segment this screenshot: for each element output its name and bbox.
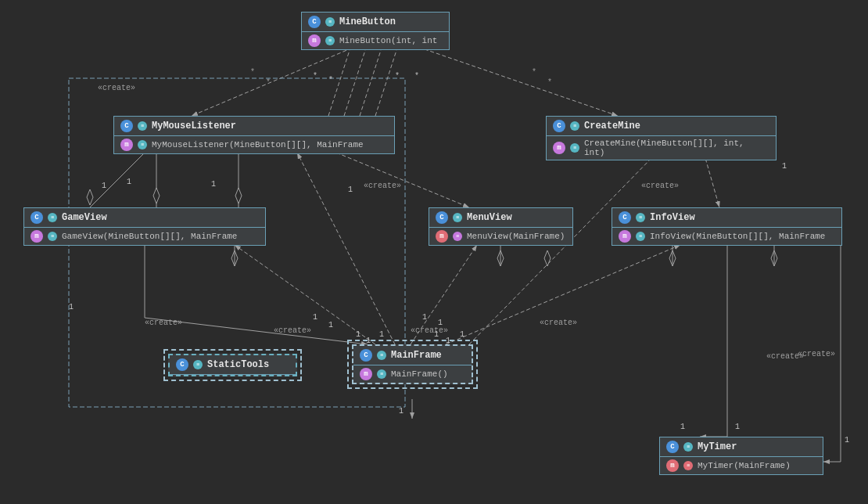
svg-line-16 xyxy=(336,153,469,207)
class-name-infoview: InfoView xyxy=(650,212,695,223)
svg-line-55 xyxy=(375,43,399,116)
method-mainframe: m ≡ MainFrame() xyxy=(353,365,472,383)
svg-line-52 xyxy=(328,43,352,116)
icon-statictools: ≡ xyxy=(193,360,203,369)
method-createmine: m ≡ CreateMine(MineButton[][], int, int) xyxy=(547,136,776,160)
svg-marker-63 xyxy=(544,250,551,266)
class-infoview[interactable]: C ≡ InfoView m ≡ InfoView(MineButton[][]… xyxy=(612,207,842,246)
icon-menuview: ≡ xyxy=(453,213,462,222)
svg-marker-10 xyxy=(153,188,160,203)
icon-createmine: ≡ xyxy=(570,121,579,131)
method-text-createmine: CreateMine(MineButton[][], int, int) xyxy=(584,139,769,157)
svg-line-22 xyxy=(704,153,719,207)
icon-m-createmine: ≡ xyxy=(570,143,579,153)
svg-marker-13 xyxy=(87,189,93,205)
badge-m2-menuview: m xyxy=(436,230,448,243)
svg-line-5 xyxy=(407,43,618,116)
icon-m-mymouselistener: ≡ xyxy=(138,140,147,149)
svg-line-32 xyxy=(411,245,477,344)
method-gameview: m ≡ GameView(MineButton[][], MainFrame xyxy=(24,228,265,245)
svg-text:1: 1 xyxy=(328,321,333,329)
method-infoview: m ≡ InfoView(MineButton[][], MainFrame xyxy=(612,228,841,245)
svg-text:«create»: «create» xyxy=(98,84,135,92)
icon-m-infoview: ≡ xyxy=(636,232,645,241)
icon-m3-mytimer: ≡ xyxy=(683,461,693,470)
svg-text:1: 1 xyxy=(438,319,443,327)
icon-m2-menuview: ≡ xyxy=(453,232,462,241)
badge-c-minebutton: C xyxy=(308,16,321,28)
svg-text:1: 1 xyxy=(102,182,106,190)
badge-c-infoview: C xyxy=(619,211,631,224)
method-mymouselistener: m ≡ MyMouseListener(MineButton[][], Main… xyxy=(114,136,394,153)
svg-line-26 xyxy=(145,318,368,344)
icon-m-gameview: ≡ xyxy=(48,232,57,241)
svg-line-2 xyxy=(192,43,364,116)
badge-m-gameview: m xyxy=(30,230,43,243)
svg-marker-19 xyxy=(235,188,242,203)
badge-c-statictools: C xyxy=(176,358,188,371)
class-mainframe[interactable]: C ≡ MainFrame m ≡ MainFrame() xyxy=(352,344,473,384)
class-mytimer[interactable]: C ≡ MyTimer m ≡ MyTimer(MainFrame) xyxy=(659,437,823,475)
svg-line-39 xyxy=(297,153,395,344)
class-minbutton[interactable]: C ≡ MineButton m ≡ MineButton(int, int xyxy=(301,12,450,50)
class-gameview[interactable]: C ≡ GameView m ≡ GameView(MineButton[][]… xyxy=(23,207,266,246)
svg-line-29 xyxy=(235,245,375,344)
icon-minebutton: ≡ xyxy=(325,17,335,27)
class-statictools[interactable]: C ≡ StaticTools xyxy=(168,354,297,376)
svg-text:«create»: «create» xyxy=(641,182,679,190)
svg-text:1: 1 xyxy=(69,303,74,311)
badge-c-mytimer: C xyxy=(666,441,679,453)
class-menuview[interactable]: C ≡ MenuView m ≡ MenuView(MainFrame) xyxy=(429,207,573,246)
method-text-mainframe: MainFrame() xyxy=(391,369,448,379)
class-header-mytimer: C ≡ MyTimer xyxy=(660,437,823,457)
class-name-minebutton: MineButton xyxy=(339,16,396,27)
class-name-mymouselistener: MyMouseListener xyxy=(152,121,236,131)
svg-line-40 xyxy=(469,153,657,344)
method-menuview: m ≡ MenuView(MainFrame) xyxy=(429,228,572,245)
class-header-menuview: C ≡ MenuView xyxy=(429,208,572,228)
badge-m-mymouselistener: m xyxy=(120,139,133,151)
svg-text:*: * xyxy=(395,72,400,81)
svg-text:«create»: «create» xyxy=(540,319,577,327)
svg-marker-64 xyxy=(771,250,777,266)
icon-mytimer: ≡ xyxy=(683,442,693,452)
svg-text:«create»: «create» xyxy=(145,319,182,327)
svg-line-12 xyxy=(90,153,145,207)
method-text-infoview: InfoView(MineButton[][], MainFrame xyxy=(650,232,825,241)
svg-text:1: 1 xyxy=(422,313,427,322)
method-text-minebutton: MineButton(int, int xyxy=(339,36,437,45)
class-name-statictools: StaticTools xyxy=(207,359,269,370)
method-text-mymouselistener: MyMouseListener(MineButton[][], MainFram… xyxy=(152,140,364,149)
class-header-minebutton: C ≡ MineButton xyxy=(302,13,449,32)
icon-mymouselistener: ≡ xyxy=(138,121,147,131)
badge-c-menuview: C xyxy=(436,211,448,224)
icon-mainframe: ≡ xyxy=(377,351,386,360)
class-name-createmine: CreateMine xyxy=(584,121,640,131)
class-header-mainframe: C ≡ MainFrame xyxy=(353,346,472,365)
badge-m-createmine: m xyxy=(553,142,565,154)
method-text-mytimer: MyTimer(MainFrame) xyxy=(698,461,791,470)
icon-gameview: ≡ xyxy=(48,213,57,222)
badge-m3-mytimer: m xyxy=(666,459,679,472)
svg-text:*: * xyxy=(532,68,536,77)
badge-m-infoview: m xyxy=(619,230,631,243)
class-header-mymouselistener: C ≡ MyMouseListener xyxy=(114,117,394,136)
class-mymouselistener[interactable]: C ≡ MyMouseListener m ≡ MyMouseListener(… xyxy=(113,116,395,154)
svg-text:«create»: «create» xyxy=(364,182,401,190)
icon-infoview: ≡ xyxy=(636,213,645,222)
svg-text:1: 1 xyxy=(356,330,360,339)
class-createmine[interactable]: C ≡ CreateMine m ≡ CreateMine(MineButton… xyxy=(546,116,777,160)
svg-text:1: 1 xyxy=(127,178,131,186)
class-name-mytimer: MyTimer xyxy=(698,441,737,452)
svg-text:«create»: «create» xyxy=(274,326,311,335)
svg-text:*: * xyxy=(328,76,333,85)
badge-m-mainframe: m xyxy=(360,368,372,380)
svg-text:1: 1 xyxy=(845,436,849,445)
svg-text:*: * xyxy=(313,72,317,81)
svg-text:1: 1 xyxy=(211,180,216,189)
method-text-menuview: MenuView(MainFrame) xyxy=(467,232,565,241)
svg-text:1: 1 xyxy=(782,162,787,171)
badge-c-gameview: C xyxy=(30,211,43,224)
class-header-statictools: C ≡ StaticTools xyxy=(170,355,296,375)
class-header-createmine: C ≡ CreateMine xyxy=(547,117,776,136)
